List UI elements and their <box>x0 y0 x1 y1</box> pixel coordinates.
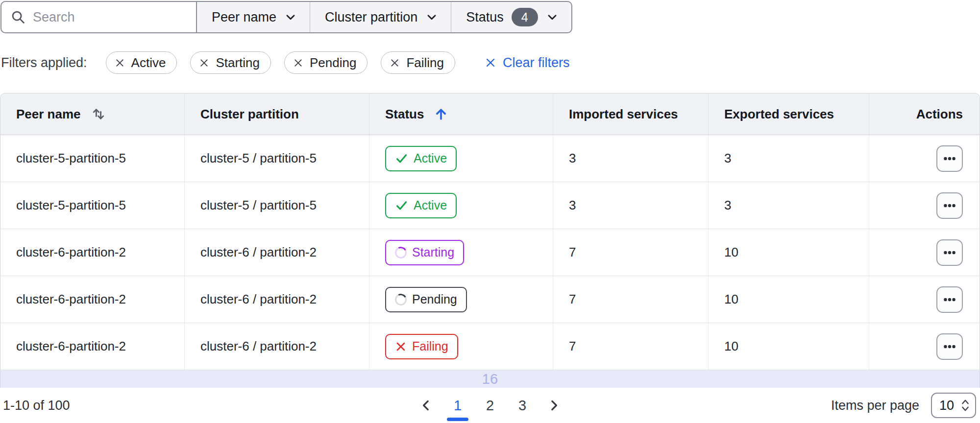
spinner-icon <box>393 292 408 306</box>
status-badge-label: Active <box>414 198 447 212</box>
clear-filters-link[interactable]: Clear filters <box>485 55 570 70</box>
page-button-2[interactable]: 2 <box>479 388 501 423</box>
filter-chip-failing[interactable]: Failing <box>381 51 455 74</box>
sort-both-icon[interactable] <box>91 106 106 122</box>
status-badge: Failing <box>385 334 458 359</box>
column-label: Peer name <box>16 107 81 122</box>
status-filter-dropdown[interactable]: Status 4 <box>451 2 571 32</box>
chevron-right-icon <box>546 398 561 413</box>
pagination-range-label: 1-10 of 100 <box>3 398 70 413</box>
imported-services-cell: 7 <box>553 323 708 370</box>
column-header-imported-services[interactable]: Imported services <box>553 94 708 135</box>
column-header-peer-name[interactable]: Peer name <box>0 94 184 135</box>
previous-page-button[interactable] <box>416 388 436 423</box>
chevron-left-icon <box>419 398 434 413</box>
search-box[interactable] <box>0 1 197 33</box>
search-input[interactable] <box>33 10 189 25</box>
table-row: cluster-5-partition-5 cluster-5 / partit… <box>0 135 980 182</box>
peer-name-cell: cluster-5-partition-5 <box>0 182 184 229</box>
peer-name-filter-label: Peer name <box>212 10 276 25</box>
close-icon[interactable] <box>199 58 209 68</box>
page-button-3[interactable]: 3 <box>512 388 533 423</box>
filter-chip-pending[interactable]: Pending <box>284 51 368 74</box>
ellipsis-icon <box>942 339 957 354</box>
cluster-partition-filter-dropdown[interactable]: Cluster partition <box>310 2 451 32</box>
items-per-page-select[interactable]: 10 <box>931 393 976 418</box>
filter-chip-starting[interactable]: Starting <box>190 51 271 74</box>
row-actions-button[interactable] <box>936 192 963 219</box>
status-badge: Active <box>385 146 457 171</box>
row-actions-button[interactable] <box>936 333 963 360</box>
filter-chip-label: Active <box>131 55 166 70</box>
chevron-down-icon <box>425 11 438 24</box>
column-label: Imported services <box>569 107 678 122</box>
status-badge: Starting <box>385 240 464 265</box>
row-actions-button[interactable] <box>936 286 963 313</box>
pager: 1 2 3 <box>416 388 564 423</box>
ellipsis-icon <box>942 151 957 166</box>
row-actions-button[interactable] <box>936 145 963 172</box>
imported-services-cell: 7 <box>553 229 708 276</box>
status-cell: Active <box>369 135 553 182</box>
peers-table: Peer name Cluster partition Status Impor… <box>0 93 980 388</box>
filter-chip-label: Failing <box>406 55 444 70</box>
column-label: Cluster partition <box>200 107 299 122</box>
actions-cell <box>869 229 980 276</box>
exported-services-cell: 3 <box>708 135 869 182</box>
sort-ascending-icon[interactable] <box>434 107 448 121</box>
next-page-button[interactable] <box>544 388 564 423</box>
imported-services-cell: 3 <box>553 182 708 229</box>
column-label: Exported services <box>724 107 834 122</box>
exported-services-cell: 10 <box>708 229 869 276</box>
close-icon[interactable] <box>115 58 125 68</box>
table-row: cluster-6-partition-2 cluster-6 / partit… <box>0 276 980 323</box>
chevron-down-icon <box>284 11 297 24</box>
exported-services-cell: 10 <box>708 323 869 370</box>
status-filter-count-badge: 4 <box>512 8 538 26</box>
row-actions-button[interactable] <box>936 239 963 266</box>
column-header-status[interactable]: Status <box>369 94 553 135</box>
status-badge-label: Starting <box>412 245 454 259</box>
close-icon[interactable] <box>390 58 400 68</box>
column-label: Status <box>385 107 424 122</box>
column-header-cluster-partition[interactable]: Cluster partition <box>184 94 369 135</box>
status-cell: Pending <box>369 276 553 323</box>
peer-name-cell: cluster-6-partition-2 <box>0 229 184 276</box>
filter-chip-active[interactable]: Active <box>106 51 177 74</box>
page-button-1[interactable]: 1 <box>447 388 468 423</box>
column-label: Actions <box>916 107 963 122</box>
clear-filters-label: Clear filters <box>503 55 570 70</box>
actions-cell <box>869 182 980 229</box>
table-header-row: Peer name Cluster partition Status Impor… <box>0 94 980 135</box>
ellipsis-icon <box>942 198 957 213</box>
actions-cell <box>869 323 980 370</box>
status-badge-label: Active <box>414 151 447 165</box>
items-per-page: Items per page 10 <box>831 393 976 418</box>
table-row: cluster-6-partition-2 cluster-6 / partit… <box>0 323 980 370</box>
imported-services-cell: 3 <box>553 135 708 182</box>
actions-cell <box>869 135 980 182</box>
status-badge: Active <box>385 193 457 218</box>
spinner-icon <box>393 245 408 259</box>
filters-applied-row: Filters applied: Active Starting Pending… <box>1 51 980 74</box>
ellipsis-icon <box>942 292 957 307</box>
chevron-down-icon <box>546 11 559 24</box>
cluster-partition-cell: cluster-6 / partition-2 <box>184 229 369 276</box>
items-per-page-label: Items per page <box>831 398 919 413</box>
peer-name-cell: cluster-5-partition-5 <box>0 135 184 182</box>
stepper-updown-icon[interactable] <box>960 398 970 413</box>
partially-visible-row: 16 <box>0 370 980 388</box>
table-row: cluster-5-partition-5 cluster-5 / partit… <box>0 182 980 229</box>
column-header-exported-services[interactable]: Exported services <box>708 94 869 135</box>
status-badge-label: Pending <box>412 292 457 306</box>
filter-chip-label: Pending <box>310 55 356 70</box>
table-row: cluster-6-partition-2 cluster-6 / partit… <box>0 229 980 276</box>
status-cell: Failing <box>369 323 553 370</box>
items-per-page-value: 10 <box>939 398 954 413</box>
peer-name-filter-dropdown[interactable]: Peer name <box>197 2 310 32</box>
filter-bar: Peer name Cluster partition Status 4 <box>0 1 980 33</box>
check-icon <box>395 199 408 212</box>
exported-services-cell: 10 <box>708 276 869 323</box>
filter-chips: Active Starting Pending Failing <box>106 51 455 74</box>
close-icon[interactable] <box>293 58 303 68</box>
